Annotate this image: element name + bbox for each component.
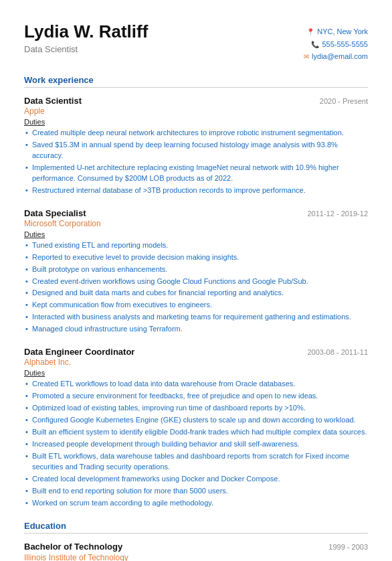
job-company: Apple — [24, 106, 368, 116]
edu-school: Illinois Institute of Technology — [24, 553, 368, 562]
email-text: lydia@email.com — [312, 50, 368, 63]
job-title: Data Engineer Coordinator — [24, 347, 134, 357]
job-dates: 2003-08 - 2011-11 — [307, 348, 368, 356]
candidate-name: Lydia W. Ratliff — [24, 21, 148, 42]
contact-email: ✉ lydia@email.com — [304, 50, 368, 63]
header-left: Lydia W. Ratliff Data Scientist — [24, 21, 148, 54]
duties-label: Duties — [24, 230, 368, 238]
jobs-container: Data Scientist2020 - PresentAppleDutiesC… — [24, 96, 368, 508]
duty-item: Configured Google Kubernetes Engine (GKE… — [25, 415, 368, 426]
header-contact: 📍 NYC, New York 📞 555-555-5555 ✉ lydia@e… — [304, 25, 368, 63]
duties-list: Tuned existing ETL and reporting models.… — [24, 240, 368, 335]
edu-dates: 1999 - 2003 — [328, 543, 368, 551]
duty-item: Created event-driven workflows using Goo… — [25, 276, 368, 287]
duty-item: Reported to executive level to provide d… — [25, 252, 368, 263]
job-item: Data Scientist2020 - PresentAppleDutiesC… — [24, 96, 368, 196]
job-company: Alphabet Inc. — [24, 357, 368, 367]
location-icon: 📍 — [306, 26, 314, 37]
duties-label: Duties — [24, 118, 368, 126]
duty-item: Promoted a secure environment for feedba… — [25, 391, 368, 402]
duty-item: Tuned existing ETL and reporting models. — [25, 240, 368, 251]
duty-item: Built an efficient system to identify el… — [25, 427, 368, 438]
duty-item: Managed cloud infrastructure using Terra… — [25, 324, 368, 335]
job-dates: 2020 - Present — [320, 97, 368, 105]
contact-location: 📍 NYC, New York — [304, 25, 368, 38]
email-icon: ✉ — [304, 51, 309, 62]
duty-item: Built end to end reporting solution for … — [25, 486, 368, 497]
education-container: Bachelor of Technology1999 - 2003Illinoi… — [24, 542, 368, 562]
duty-item: Created local development frameworks usi… — [25, 474, 368, 485]
duty-item: Saved $15.3M in annual spend by deep lea… — [25, 140, 368, 161]
edu-degree: Bachelor of Technology — [24, 542, 122, 552]
duty-item: Restructured internal database of >3TB p… — [25, 185, 368, 196]
duty-item: Increased people development through bui… — [25, 439, 368, 450]
job-company: Microsoft Corporation — [24, 219, 368, 228]
duties-list: Created multiple deep neural network arc… — [24, 128, 368, 196]
job-header: Data Engineer Coordinator2003-08 - 2011-… — [24, 347, 368, 357]
candidate-title: Data Scientist — [24, 44, 148, 54]
resume-header: Lydia W. Ratliff Data Scientist 📍 NYC, N… — [24, 21, 368, 63]
duty-item: Worked on scrum team according to agile … — [25, 498, 368, 509]
job-item: Data Engineer Coordinator2003-08 - 2011-… — [24, 347, 368, 508]
phone-icon: 📞 — [311, 39, 319, 50]
duties-list: Created ETL workflows to load data into … — [24, 379, 368, 508]
education-section-title: Education — [24, 521, 368, 534]
edu-item: Bachelor of Technology1999 - 2003Illinoi… — [24, 542, 368, 562]
duty-item: Interacted with business analysts and ma… — [25, 312, 368, 323]
phone-text: 555-555-5555 — [322, 38, 368, 51]
duty-item: Designed and built data marts and cubes … — [25, 288, 368, 299]
duty-item: Optimized load of existing tables, impro… — [25, 403, 368, 414]
job-dates: 2011-12 - 2019-12 — [307, 210, 368, 218]
duty-item: Kept communication flow from executives … — [25, 300, 368, 311]
duty-item: Implemented U-net architecture replacing… — [25, 163, 368, 184]
job-header: Data Scientist2020 - Present — [24, 96, 368, 106]
job-title: Data Specialist — [24, 208, 86, 218]
job-item: Data Specialist2011-12 - 2019-12Microsof… — [24, 208, 368, 335]
job-title: Data Scientist — [24, 96, 82, 106]
job-header: Data Specialist2011-12 - 2019-12 — [24, 208, 368, 218]
work-experience-section-title: Work experience — [24, 75, 368, 88]
edu-header: Bachelor of Technology1999 - 2003 — [24, 542, 368, 552]
duty-item: Built ETL workflows, data warehouse tabl… — [25, 451, 368, 473]
contact-phone: 📞 555-555-5555 — [304, 38, 368, 51]
duty-item: Created multiple deep neural network arc… — [25, 128, 368, 139]
duty-item: Created ETL workflows to load data into … — [25, 379, 368, 390]
duties-label: Duties — [24, 369, 368, 377]
duty-item: Built prototype on various enhancements. — [25, 264, 368, 275]
location-text: NYC, New York — [317, 25, 368, 38]
